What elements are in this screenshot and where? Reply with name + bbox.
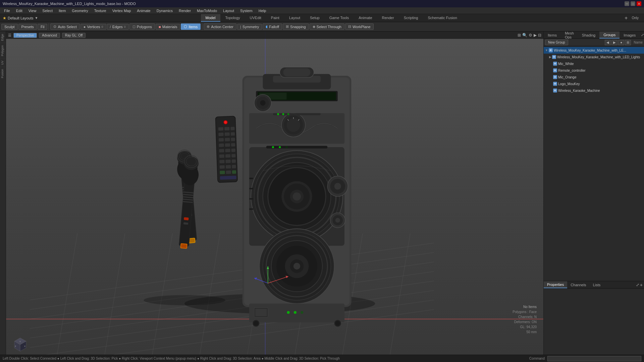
viewport-icon-2[interactable]: 🔍: [522, 33, 527, 38]
visibility-icon-5[interactable]: 👁: [553, 82, 557, 86]
menu-help[interactable]: Help: [256, 8, 269, 13]
visibility-icon-1[interactable]: 👁: [552, 55, 556, 59]
maximize-button[interactable]: □: [631, 1, 635, 6]
visibility-icon-2[interactable]: 👁: [553, 62, 557, 66]
select-through-button[interactable]: ◈ Select Through: [310, 23, 344, 30]
menu-edit[interactable]: Edit: [13, 8, 25, 13]
scene-row[interactable]: 👁 Wireless_Karaoke_Machine: [544, 87, 644, 94]
ray-gl-button[interactable]: Ray GL: Off: [62, 33, 86, 38]
auto-select-button[interactable]: ⊙ Auto Select: [50, 23, 79, 30]
tab-uvedit[interactable]: UVEdit: [245, 14, 266, 22]
rp-tab-groups[interactable]: Groups: [599, 32, 620, 39]
rp-tool-3[interactable]: ●: [618, 40, 624, 45]
scene-tree[interactable]: ▼ 👁 Wireless_MouKey_Karaoke_Machine_with…: [544, 46, 644, 281]
menu-system[interactable]: System: [237, 8, 255, 13]
sidebar-tab-uv[interactable]: UV: [0, 58, 6, 67]
viewport-menu-icon[interactable]: ☰: [8, 33, 11, 38]
fill-button[interactable]: Fil: [38, 24, 48, 30]
tab-game-tools[interactable]: Game Tools: [325, 14, 354, 22]
sidebar-tab-polygon[interactable]: Polygon: [0, 43, 6, 58]
tab-topology[interactable]: Topology: [221, 14, 245, 22]
menu-layout[interactable]: Layout: [220, 8, 237, 13]
star-button[interactable]: ★: [3, 16, 6, 20]
rb-expand-icon[interactable]: ⤢: [636, 283, 639, 287]
rp-tool-2[interactable]: ▶: [611, 40, 618, 45]
layout-name[interactable]: Default Layouts: [8, 16, 33, 20]
tab-animate[interactable]: Animate: [354, 14, 377, 22]
tab-setup[interactable]: Setup: [305, 14, 324, 22]
visibility-icon-3[interactable]: 👁: [553, 68, 557, 72]
advanced-button[interactable]: Advanced: [39, 33, 60, 38]
rb-tab-properties[interactable]: Properties: [544, 281, 567, 288]
minimize-button[interactable]: ─: [625, 1, 629, 6]
snapping-button[interactable]: ⊞ Snapping: [283, 23, 309, 30]
workplane-button[interactable]: ⊟ WorkPlane: [345, 23, 374, 30]
menu-select[interactable]: Select: [40, 8, 55, 13]
menu-view[interactable]: View: [26, 8, 39, 13]
menu-file[interactable]: File: [1, 8, 13, 13]
svg-point-41: [282, 113, 284, 115]
scene-row[interactable]: 👁 Mic_Orange: [544, 74, 644, 80]
rb-tab-lists[interactable]: Lists: [590, 281, 604, 288]
perspective-button[interactable]: Perspective: [13, 33, 37, 38]
menu-vertex-map[interactable]: Vertex Map: [110, 8, 134, 13]
menu-dynamics[interactable]: Dynamics: [154, 8, 175, 13]
svg-rect-60: [249, 208, 253, 210]
close-button[interactable]: ✕: [637, 1, 641, 6]
rp-tab-items[interactable]: Items: [544, 32, 561, 39]
layout-dropdown-icon[interactable]: ▼: [35, 16, 38, 20]
tab-render[interactable]: Render: [377, 14, 399, 22]
vertices-button[interactable]: ● Vertices 0: [80, 24, 106, 30]
tab-model[interactable]: Model: [201, 14, 220, 22]
sidebar-tab-fusion[interactable]: Fusion: [0, 67, 6, 80]
expand-arrow-0[interactable]: ▼: [545, 49, 548, 52]
sidebar-tab-edge[interactable]: Edge: [0, 32, 6, 43]
rp-tool-4[interactable]: ⊞: [625, 40, 631, 45]
viewport-icon-3[interactable]: ⚙: [529, 33, 532, 38]
tab-paint[interactable]: Paint: [266, 14, 284, 22]
tab-scripting[interactable]: Scripting: [399, 14, 423, 22]
rp-expand-icon[interactable]: ⤢: [641, 33, 644, 37]
tab-layout[interactable]: Layout: [284, 14, 305, 22]
scene-item-label-0: Wireless_MouKey_Karaoke_Machine_with_LE.…: [554, 49, 626, 52]
rp-tab-mesh-ops[interactable]: Mesh Ops: [561, 32, 578, 39]
add-tab-button[interactable]: +: [625, 15, 628, 21]
scene-row[interactable]: 👁 Remote_controller: [544, 67, 644, 74]
svg-rect-141: [231, 154, 236, 158]
expand-arrow-1[interactable]: ▶: [549, 55, 551, 59]
polygons-button[interactable]: ◻ Polygons: [129, 23, 155, 30]
materials-button[interactable]: ■ Materials: [156, 24, 180, 30]
visibility-icon-6[interactable]: 👁: [553, 88, 557, 93]
scene-row[interactable]: 👁 Mic_White: [544, 60, 644, 67]
rp-tab-images[interactable]: Images: [620, 32, 640, 39]
scene-row[interactable]: 👁 Logo_MouKey: [544, 80, 644, 87]
rb-tab-channels[interactable]: Channels: [567, 281, 589, 288]
tab-schematic-fusion[interactable]: Schematic Fusion: [423, 14, 462, 22]
menu-maxtomodo[interactable]: MaxToModo: [194, 8, 220, 13]
menu-item[interactable]: Item: [56, 8, 68, 13]
menu-texture[interactable]: Texture: [92, 8, 109, 13]
rp-tool-1[interactable]: ◀: [605, 40, 611, 45]
sculpt-button[interactable]: Sculpt: [1, 24, 18, 30]
falloff-button[interactable]: ◖ Falloff: [263, 23, 282, 30]
rb-add-icon[interactable]: +: [640, 282, 643, 288]
menu-render[interactable]: Render: [176, 8, 194, 13]
scene-row[interactable]: ▶ 👁 Wireless_MouKey_Karaoke_Machine_with…: [544, 54, 644, 60]
new-group-button[interactable]: New Group: [545, 40, 568, 45]
edges-button[interactable]: / Edges 0: [107, 24, 129, 30]
viewport-icon-5[interactable]: ⊟: [538, 33, 541, 38]
viewport-area[interactable]: MouKey: [6, 32, 543, 355]
scene-row[interactable]: ▼ 👁 Wireless_MouKey_Karaoke_Machine_with…: [544, 47, 644, 54]
viewport-icon-1[interactable]: ⊞: [518, 33, 521, 38]
items-button[interactable]: ⬡ Items: [181, 23, 201, 30]
visibility-icon-0[interactable]: 👁: [549, 48, 553, 52]
command-input[interactable]: [547, 356, 641, 361]
viewport-icon-4[interactable]: ▶: [534, 33, 537, 38]
menu-animate[interactable]: Animate: [134, 8, 153, 13]
visibility-icon-4[interactable]: 👁: [553, 75, 557, 79]
symmetry-button[interactable]: | Symmetry: [237, 24, 262, 30]
menu-geometry[interactable]: Geometry: [69, 8, 91, 13]
rp-tab-shading[interactable]: Shading: [578, 32, 599, 39]
action-center-button[interactable]: ⊕ Action Center: [204, 23, 236, 30]
presets-button[interactable]: Presets: [18, 24, 37, 30]
